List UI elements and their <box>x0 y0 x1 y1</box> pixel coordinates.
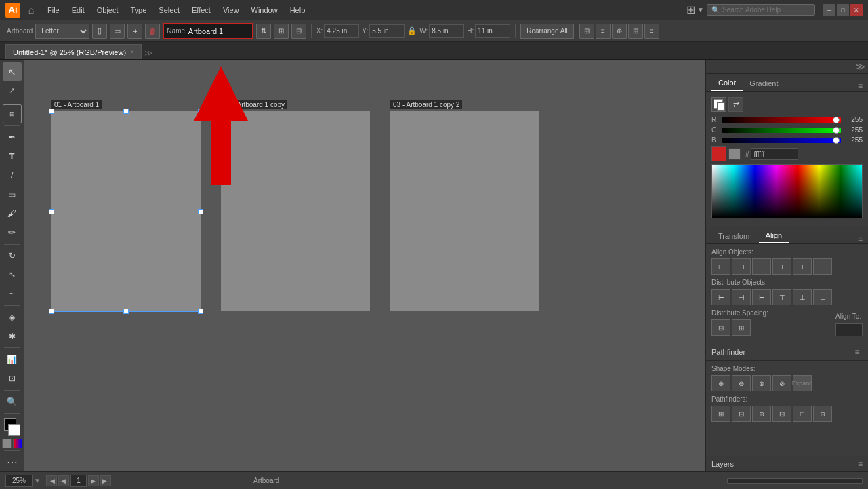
select-tool[interactable]: ↖ <box>3 62 22 81</box>
merge-btn[interactable]: ⊕ <box>752 406 771 422</box>
close-button[interactable]: ✕ <box>850 4 863 16</box>
handle-tr-1[interactable] <box>198 109 203 114</box>
menu-view[interactable]: View <box>218 5 245 16</box>
portrait-icon[interactable]: ▯ <box>92 24 107 39</box>
move-up-icon[interactable]: ⇅ <box>256 24 271 39</box>
align-to-input[interactable] <box>835 323 863 336</box>
minimize-button[interactable]: ─ <box>823 4 835 16</box>
new-tab-button[interactable]: ≫ <box>144 48 153 58</box>
delete-artboard-icon[interactable]: 🗑 <box>145 24 160 39</box>
expand-btn[interactable]: Expand <box>793 375 812 391</box>
dist-vcenter-btn[interactable]: ⊥ <box>793 289 812 305</box>
tab-color[interactable]: Color <box>711 76 743 91</box>
align-vcenter-btn[interactable]: ⊥ <box>793 258 812 275</box>
menu-edit[interactable]: Edit <box>66 5 90 16</box>
menu-type[interactable]: Type <box>125 5 152 16</box>
r-slider-thumb[interactable] <box>833 117 840 123</box>
dist-bottom-btn[interactable]: ⊥ <box>813 289 832 305</box>
handle-br-1[interactable] <box>198 309 203 314</box>
search-box[interactable]: 🔍 <box>707 4 815 16</box>
handle-tc-1[interactable] <box>123 109 129 114</box>
handle-tl-1[interactable] <box>49 109 54 114</box>
document-tab[interactable]: Untitled-1* @ 25% (RGB/Preview) × <box>5 44 142 59</box>
fg-color-icon[interactable] <box>711 97 726 112</box>
scale-tool[interactable]: ⤡ <box>3 266 22 284</box>
gradient-mode[interactable] <box>13 439 22 448</box>
intersect-btn[interactable]: ⊗ <box>752 375 771 391</box>
canvas-area[interactable]: 01 - Artboard 1 02 - Artboard 1 copy <box>24 60 705 471</box>
x-input[interactable] <box>324 24 359 38</box>
align-right-btn[interactable]: ⊣ <box>752 258 771 275</box>
rearrange-all-button[interactable]: Rearrange All <box>520 24 574 39</box>
handle-bc-1[interactable] <box>123 309 129 314</box>
pencil-tool[interactable]: ✏ <box>3 223 22 241</box>
dist-hcenter-btn[interactable]: ⊣ <box>732 289 751 305</box>
home-icon[interactable]: ⌂ <box>24 3 38 17</box>
artboard-3-canvas[interactable] <box>390 111 539 311</box>
r-slider-track[interactable] <box>722 117 841 123</box>
w-input[interactable] <box>429 24 464 38</box>
column-graph-tool[interactable]: 📊 <box>3 350 22 368</box>
menu-select[interactable]: Select <box>153 5 185 16</box>
fill-swatch[interactable] <box>8 424 20 436</box>
rect-tool[interactable]: ▭ <box>3 185 22 203</box>
artboard-2-canvas[interactable] <box>221 111 370 311</box>
fg-swatch[interactable] <box>711 146 726 161</box>
panel-options-icon[interactable]: ≫ <box>855 61 865 72</box>
dist-vert-space-btn[interactable]: ⊞ <box>732 319 751 336</box>
bg-swatch[interactable] <box>728 148 741 160</box>
symbol-tool[interactable]: ✱ <box>3 327 22 345</box>
dist-horiz-space-btn[interactable]: ⊟ <box>711 319 730 336</box>
tab-align[interactable]: Align <box>759 229 789 243</box>
align-panel-options[interactable]: ≡ <box>858 234 863 243</box>
nav-last-btn[interactable]: ▶| <box>100 475 111 486</box>
swap-colors-icon[interactable]: ⇄ <box>728 97 743 112</box>
hex-input[interactable] <box>751 148 798 160</box>
panel-options-icon[interactable]: ≡ <box>596 24 611 39</box>
trim-btn[interactable]: ⊟ <box>732 406 751 422</box>
handle-mr-1[interactable] <box>198 209 203 214</box>
add-artboard-icon[interactable]: + <box>127 24 142 39</box>
page-input[interactable] <box>70 475 87 487</box>
tab-close-button[interactable]: × <box>130 48 134 56</box>
align-top-btn[interactable]: ⊤ <box>772 258 791 275</box>
divide-btn[interactable]: ⊞ <box>711 406 730 422</box>
outline-btn[interactable]: □ <box>793 406 812 422</box>
none-mode[interactable] <box>2 439 12 448</box>
grid2-icon[interactable]: ⊟ <box>291 24 306 39</box>
artboard-tool[interactable]: ⊞ <box>3 104 22 123</box>
pen-tool[interactable]: ✒ <box>3 128 22 146</box>
dist-top-btn[interactable]: ⊤ <box>772 289 791 305</box>
b-slider-thumb[interactable] <box>833 137 840 144</box>
align-right-icon[interactable]: ⊞ <box>628 24 643 39</box>
layers-options-btn[interactable]: ≡ <box>858 459 863 469</box>
search-input[interactable] <box>722 6 810 14</box>
zoom-dropdown-icon[interactable]: ▼ <box>34 477 41 484</box>
color-spectrum[interactable] <box>711 164 863 218</box>
line-tool[interactable]: / <box>3 166 22 184</box>
y-input[interactable] <box>369 24 405 38</box>
grid-icon[interactable]: ⊞ <box>274 24 289 39</box>
align-bottom-btn[interactable]: ⊥ <box>813 258 832 275</box>
maximize-button[interactable]: □ <box>837 4 849 16</box>
tab-gradient[interactable]: Gradient <box>743 76 785 91</box>
artboard-1-canvas[interactable] <box>51 111 201 311</box>
nav-first-btn[interactable]: |◀ <box>46 475 57 486</box>
minus-front-btn[interactable]: ⊖ <box>732 375 751 391</box>
color-panel-options[interactable]: ≡ <box>858 81 863 91</box>
align-icon[interactable]: ≡ <box>644 24 659 39</box>
adjust-icon[interactable]: ⊕ <box>612 24 627 39</box>
grid-layout-icon[interactable]: ⊞ <box>579 24 594 39</box>
b-slider-track[interactable] <box>722 138 841 143</box>
align-left-btn[interactable]: ⊢ <box>711 258 730 275</box>
type-tool[interactable]: T <box>3 147 22 165</box>
menu-help[interactable]: Help <box>285 5 311 16</box>
zoom-tool[interactable]: 🔍 <box>3 393 22 411</box>
dist-right-btn[interactable]: ⊢ <box>752 289 771 305</box>
tab-transform[interactable]: Transform <box>711 229 759 243</box>
more-tools-btn[interactable]: ⋯ <box>3 453 22 471</box>
paintbrush-tool[interactable]: 🖌 <box>3 204 22 222</box>
g-slider-track[interactable] <box>722 128 841 133</box>
g-slider-thumb[interactable] <box>833 127 840 134</box>
align-hcenter-btn[interactable]: ⊣ <box>732 258 751 275</box>
